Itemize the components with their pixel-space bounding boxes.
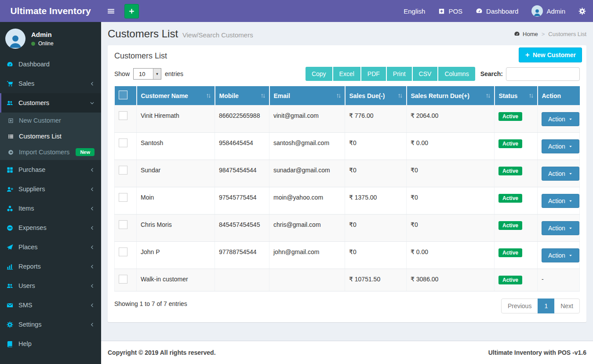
sidebar-item-suppliers[interactable]: Suppliers [0,179,101,199]
column-header-customer-name[interactable]: Customer Name [137,86,215,106]
sidebar-item-users[interactable]: Users [0,276,101,295]
page-length-select[interactable]: 10 ▼ [133,68,161,80]
export-columns-button[interactable]: Columns [438,67,475,81]
sidebar-item-dashboard[interactable]: Dashboard [0,55,101,74]
pagination-next-button[interactable]: Next [554,298,580,313]
language-label: English [404,7,425,15]
row-checkbox[interactable] [119,166,127,175]
row-checkbox[interactable] [119,138,127,147]
column-header-mobile[interactable]: Mobile [215,86,269,106]
export-excel-button[interactable]: Excel [333,67,360,81]
search-input[interactable] [506,67,580,81]
cell-customer-name: Walk-in customer [137,269,215,291]
column-header-email[interactable]: Email [269,86,345,106]
table-row: Chris Moris845457454545chris@gmail.com₹0… [115,215,580,242]
cell-sales-due: ₹0 [345,160,407,187]
top-navbar: Ultimate Inventory English POS Dashboard… [0,0,593,22]
action-button[interactable]: Action [542,139,579,153]
customers-list-panel: Customers List New Customer Show 10 ▼ en… [108,45,586,322]
export-pdf-button[interactable]: PDF [361,67,386,81]
sidebar-item-purchase[interactable]: Purchase [0,160,101,179]
page-length-control: Show 10 ▼ entries [114,68,183,80]
action-button[interactable]: Action [542,248,579,262]
app-brand[interactable]: Ultimate Inventory [0,0,101,22]
export-print-button[interactable]: Print [387,67,412,81]
main-content: Customers List View/Search Customers Hom… [101,22,593,364]
breadcrumb-home[interactable]: Home [514,31,538,37]
customers-table-wrap: Customer NameMobileEmailSales Due(-)Sale… [108,86,586,291]
page-footer: Copyright © 2019 All rights reserved. Ul… [101,341,593,364]
status-badge: Active [498,276,522,284]
select-all-checkbox[interactable] [119,91,127,99]
status-badge: Active [498,194,522,203]
book-icon [7,341,18,347]
settings-menu[interactable] [578,7,586,15]
cell-status: Active [495,160,538,187]
row-checkbox[interactable] [119,193,127,202]
sidebar-item-settings[interactable]: Settings [0,315,101,334]
table-footer: Showing 1 to 7 of 7 entries Previous 1 N… [108,291,586,322]
user-plus-icon [7,186,18,193]
dashboard-link[interactable]: Dashboard [476,7,518,15]
cell-status: Active [495,215,538,242]
breadcrumb-separator: > [542,31,545,37]
cell-mobile: 97545775454 [215,187,269,215]
cell-customer-name: John P [137,242,215,269]
export-copy-button[interactable]: Copy [306,67,332,81]
pos-link[interactable]: POS [438,7,462,15]
sidebar-item-sales[interactable]: Sales [0,74,101,93]
sidebar-item-reports[interactable]: Reports [0,257,101,276]
sidebar-item-help[interactable]: Help [0,334,101,353]
new-customer-button[interactable]: New Customer [519,47,582,62]
row-checkbox[interactable] [119,248,127,256]
column-header-sales-due[interactable]: Sales Due(-) [345,86,407,106]
sidebar-subitem-import-customers[interactable]: Import CustomersNew [0,144,101,160]
plus-icon [128,8,135,15]
cell-action: - [538,269,580,291]
action-button[interactable]: Action [542,112,579,126]
page-title: Customers List View/Search Customers [108,28,253,40]
pagination-page-1-button[interactable]: 1 [538,298,554,313]
pagination-previous-button[interactable]: Previous [501,298,538,313]
sidebar-toggle-button[interactable] [101,0,120,22]
cell-sales-return-due: ₹0 [407,215,495,242]
sidebar-item-items[interactable]: Items [0,199,101,218]
sidebar-item-label: Expenses [18,224,47,231]
gauge-icon [7,61,18,68]
quick-add-button[interactable] [124,4,139,18]
sort-icon [485,93,491,98]
status-badge: Active [498,221,522,230]
action-button[interactable]: Action [542,194,579,208]
sidebar-item-label: Users [18,282,35,289]
sidebar-item-customers[interactable]: Customers [0,93,101,113]
online-status: Online [31,40,54,47]
sidebar-subitem-customers-list[interactable]: Customers List [0,128,101,144]
sidebar-item-label: Reports [18,263,41,270]
row-checkbox[interactable] [119,220,127,229]
gauge-icon [514,31,520,37]
no-action-dash: - [542,276,544,283]
chevron-left-icon [90,206,95,211]
cell-action: Action [538,242,580,269]
sidebar-item-label: Sales [18,80,34,87]
cubes-icon [7,205,18,212]
language-menu[interactable]: English [404,7,425,15]
column-header-status[interactable]: Status [495,86,538,106]
new-badge: New [76,148,95,156]
export-csv-button[interactable]: CSV [413,67,438,81]
row-checkbox[interactable] [119,275,127,284]
user-menu[interactable]: Admin [531,5,565,17]
cell-mobile: 97788754544 [215,242,269,269]
column-header-sales-return-due[interactable]: Sales Return Due(+) [407,86,495,106]
show-label: Show [114,70,130,77]
sidebar-user-panel: Admin Online [0,22,101,55]
sidebar-item-sms[interactable]: SMS [0,295,101,315]
sidebar-subitem-new-customer[interactable]: New Customer [0,113,101,128]
row-checkbox[interactable] [119,111,127,120]
cell-mobile: 845457454545 [215,215,269,242]
sidebar-item-label: Purchase [18,166,45,173]
action-button[interactable]: Action [542,167,579,181]
action-button[interactable]: Action [542,221,579,235]
sidebar-item-places[interactable]: Places [0,237,101,257]
sidebar-item-expenses[interactable]: Expenses [0,218,101,237]
